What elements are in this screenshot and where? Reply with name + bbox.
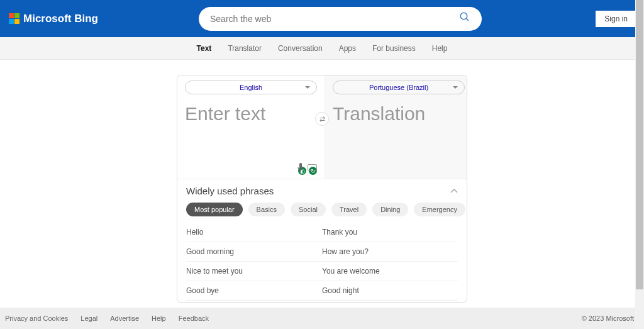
footer-help[interactable]: Help (152, 315, 166, 322)
footer-privacy[interactable]: Privacy and Cookies (5, 315, 68, 322)
footer-legal[interactable]: Legal (80, 315, 97, 322)
phrase-item[interactable]: Hello (186, 223, 322, 242)
chip-basics[interactable]: Basics (248, 203, 285, 216)
microphone-icon[interactable] (297, 163, 304, 175)
scrollbar-track[interactable] (635, 0, 644, 329)
phrase-item[interactable]: Good bye (186, 281, 322, 301)
phrases-title: Widely used phrases (186, 186, 274, 196)
microsoft-icon (9, 13, 19, 24)
svg-line-1 (466, 18, 469, 21)
phrase-item[interactable]: Good morning (186, 242, 322, 262)
source-lang-label: English (240, 84, 262, 91)
search-icon[interactable] (459, 11, 470, 26)
phrase-list: Hello Thank you Good morning How are you… (177, 223, 467, 302)
tab-translator[interactable]: Translator (228, 44, 262, 53)
tab-business[interactable]: For business (372, 44, 416, 53)
scrollbar-thumb[interactable] (636, 0, 643, 289)
target-pane: Portuguese (Brazil) Translation (325, 75, 467, 179)
tab-conversation[interactable]: Conversation (278, 44, 323, 53)
swap-languages-button[interactable]: ⇄ (315, 112, 329, 126)
phrase-item[interactable]: Good night (322, 281, 458, 301)
target-lang-selector[interactable]: Portuguese (Brazil) (333, 81, 465, 94)
signin-button[interactable]: Sign in (596, 11, 636, 27)
category-chips: Most popular Basics Social Travel Dining… (177, 203, 467, 223)
translator-card: English Enter text ◐ ↻ ⇄ Portuguese (Bra… (177, 75, 467, 303)
target-lang-label: Portuguese (Brazil) (369, 84, 428, 91)
collapse-icon[interactable] (450, 187, 458, 196)
brand-text: Microsoft Bing (23, 13, 98, 25)
tab-text[interactable]: Text (197, 44, 212, 53)
tab-help[interactable]: Help (432, 44, 448, 53)
search-box[interactable] (199, 7, 482, 31)
footer-advertise[interactable]: Advertise (110, 315, 139, 322)
source-pane: English Enter text ◐ ↻ (177, 75, 325, 179)
phrase-item[interactable]: How are you? (322, 242, 458, 262)
svg-point-0 (460, 13, 467, 20)
search-input[interactable] (210, 14, 459, 24)
chip-dining[interactable]: Dining (372, 203, 408, 216)
header: Microsoft Bing Sign in (0, 0, 644, 37)
logo[interactable]: Microsoft Bing (9, 13, 98, 25)
chip-travel[interactable]: Travel (331, 203, 367, 216)
target-output: Translation (333, 103, 465, 125)
phrases-section: Widely used phrases Most popular Basics … (177, 179, 467, 302)
source-textarea[interactable]: Enter text (185, 103, 317, 125)
footer: Privacy and Cookies Legal Advertise Help… (0, 308, 644, 329)
phrase-item[interactable]: Nice to meet you (186, 262, 322, 281)
chip-most-popular[interactable]: Most popular (186, 203, 243, 216)
footer-feedback[interactable]: Feedback (179, 315, 209, 322)
source-lang-selector[interactable]: English (185, 81, 317, 94)
chevron-down-icon (305, 86, 310, 91)
copyright: © 2023 Microsoft (582, 315, 634, 322)
chip-social[interactable]: Social (291, 203, 326, 216)
phrase-item[interactable]: Thank you (322, 223, 458, 242)
chip-emergency[interactable]: Emergency (414, 203, 465, 216)
tab-apps[interactable]: Apps (339, 44, 356, 53)
phrase-item[interactable]: You are welcome (322, 262, 458, 281)
svg-rect-2 (299, 163, 302, 169)
nav-tabs: Text Translator Conversation Apps For bu… (0, 37, 644, 60)
keyboard-icon[interactable] (308, 164, 317, 171)
chevron-down-icon (453, 86, 458, 91)
